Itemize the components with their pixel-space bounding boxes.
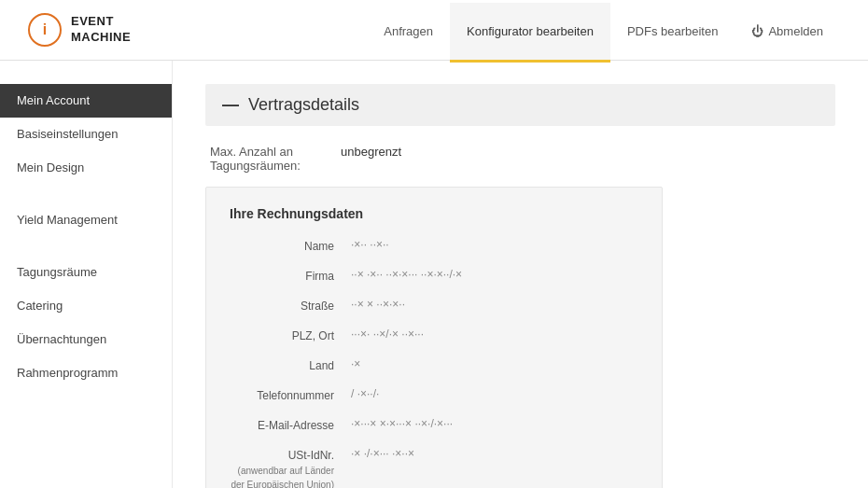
billing-value-land: ·× <box>351 357 638 370</box>
svg-text:i: i <box>43 21 47 37</box>
nav-pdfs[interactable]: PDFs bearbeiten <box>610 3 735 63</box>
billing-row-ust: USt-IdNr. (anwendbar auf Länder der Euro… <box>230 447 638 488</box>
sidebar-group-account: Mein Account Basiseinstellungen Mein Des… <box>0 84 172 185</box>
billing-row-email: E-Mail-Adresse ·×···× ×·×···× ··×·/·×··· <box>230 417 638 434</box>
nav-logout[interactable]: Abmelden <box>735 3 840 63</box>
logo-icon: i <box>28 13 62 47</box>
billing-value-telefon: / ·×··/· <box>351 387 638 400</box>
billing-value-ust: ·× ·/·×··· ·×··× <box>351 447 638 460</box>
billing-row-land: Land ·× <box>230 357 638 374</box>
billing-label-land: Land <box>230 357 351 374</box>
billing-value-firma: ··× ·×·· ··×·×··· ··×·×··/·× <box>351 268 638 281</box>
billing-label-plz: PLZ, Ort <box>230 328 351 344</box>
billing-row-firma: Firma ··× ·×·· ··×·×··· ··×·×··/·× <box>230 268 638 285</box>
section-dash: — <box>222 95 239 115</box>
section-header: — Vertragsdetails <box>205 84 835 126</box>
header: i EVENT MACHINE Anfragen Konfigurator be… <box>0 0 868 61</box>
billing-value-strasse: ··× × ··×·×·· <box>351 298 638 311</box>
sidebar-group-yield: Yield Management <box>0 203 172 237</box>
contract-row: Max. Anzahl an Tagungsräumen: unbegrenzt <box>205 145 835 173</box>
billing-label-telefon: Telefonnummer <box>230 387 351 404</box>
logo-text: EVENT MACHINE <box>71 14 131 46</box>
billing-label-firma: Firma <box>230 268 351 285</box>
billing-value-name: ·×·· ··×·· <box>351 238 638 251</box>
billing-label-strasse: Straße <box>230 298 351 314</box>
billing-label-ust-sublabel: (anwendbar auf Länder der Europäischen U… <box>230 464 334 488</box>
sidebar-item-mein-account[interactable]: Mein Account <box>0 84 172 118</box>
nav-konfigurator[interactable]: Konfigurator bearbeiten <box>450 3 610 63</box>
billing-value-plz: ···×· ··×/·× ··×··· <box>351 328 638 341</box>
contract-value: unbegrenzt <box>341 145 401 159</box>
sidebar-item-yield[interactable]: Yield Management <box>0 203 172 237</box>
sidebar-group-rooms: Tagungsräume Catering Übernachtungen Rah… <box>0 256 172 390</box>
nav-anfragen[interactable]: Anfragen <box>367 3 450 63</box>
section-title: Vertragsdetails <box>248 95 359 115</box>
billing-title: Ihre Rechnungsdaten <box>230 206 638 221</box>
layout: Mein Account Basiseinstellungen Mein Des… <box>0 61 868 488</box>
sidebar-item-basiseinstellungen[interactable]: Basiseinstellungen <box>0 118 172 151</box>
billing-value-email: ·×···× ×·×···× ··×·/·×··· <box>351 417 638 430</box>
billing-row-plz: PLZ, Ort ···×· ··×/·× ··×··· <box>230 328 638 344</box>
main-content: — Vertragsdetails Max. Anzahl an Tagungs… <box>173 61 868 488</box>
contract-label: Max. Anzahl an Tagungsräumen: <box>210 145 341 173</box>
billing-row-strasse: Straße ··× × ··×·×·· <box>230 298 638 314</box>
sidebar-item-catering[interactable]: Catering <box>0 289 172 323</box>
sidebar-item-tagungsraeume[interactable]: Tagungsräume <box>0 256 172 289</box>
sidebar-item-uebernachtungen[interactable]: Übernachtungen <box>0 323 172 356</box>
sidebar-item-rahmenprogramm[interactable]: Rahmenprogramm <box>0 356 172 390</box>
billing-label-name: Name <box>230 238 351 255</box>
billing-row-name: Name ·×·· ··×·· <box>230 238 638 255</box>
sidebar-item-mein-design[interactable]: Mein Design <box>0 151 172 185</box>
billing-row-telefon: Telefonnummer / ·×··/· <box>230 387 638 404</box>
billing-label-ust: USt-IdNr. (anwendbar auf Länder der Euro… <box>230 447 351 488</box>
logo: i EVENT MACHINE <box>28 13 131 47</box>
billing-label-email: E-Mail-Adresse <box>230 417 351 434</box>
sidebar: Mein Account Basiseinstellungen Mein Des… <box>0 61 173 488</box>
nav: Anfragen Konfigurator bearbeiten PDFs be… <box>367 0 840 60</box>
billing-box: Ihre Rechnungsdaten Name ·×·· ··×·· Firm… <box>205 187 663 488</box>
